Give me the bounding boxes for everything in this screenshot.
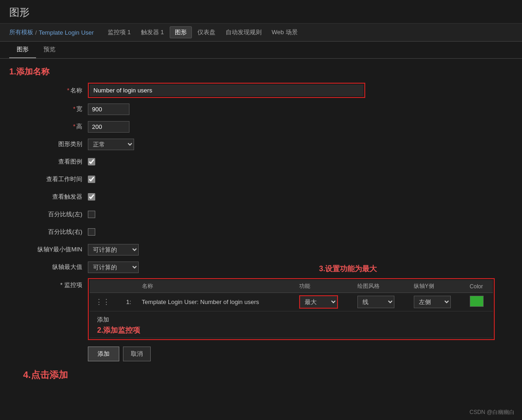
show-working-time-label: 查看工作时间 — [14, 175, 88, 183]
monitor-table: 名称 功能 绘图风格 纵轴Y侧 Color ⋮⋮ 1: — [90, 280, 493, 338]
axis-select[interactable]: 左侧 右侧 — [414, 296, 451, 308]
step3-heading: 3.设置功能为最大 — [319, 264, 377, 274]
th-style: 绘图风格 — [354, 280, 410, 293]
show-working-time-row: 查看工作时间 — [14, 173, 508, 186]
yaxis-max-label: 纵轴最大值 — [14, 263, 88, 271]
th-color: Color — [466, 280, 493, 293]
yaxis-min-row: 纵轴Y最小值MIN 可计算的 固定 元素 — [14, 243, 508, 256]
width-label: *宽 — [14, 105, 88, 113]
sub-tab-graph[interactable]: 图形 — [9, 42, 36, 58]
width-input[interactable] — [88, 103, 129, 115]
title-bar: 图形 — [0, 0, 522, 24]
breadcrumb-current[interactable]: Template Login User — [39, 29, 94, 36]
show-working-time-checkbox[interactable] — [88, 176, 95, 183]
width-row: *宽 — [14, 103, 508, 116]
sub-tabs: 图形 预览 — [0, 42, 522, 59]
form-section: *名称 *宽 *高 图形类别 正常 堆叠 饼图 — [9, 83, 513, 361]
breadcrumb-separator: / — [35, 29, 37, 36]
color-picker[interactable] — [470, 296, 484, 307]
yaxis-max-row: 纵轴最大值 可计算的 固定 元素 — [14, 261, 508, 274]
nav-bar: 所有模板 / Template Login User 监控项 1 触发器 1 图… — [0, 24, 522, 42]
percent-right-label: 百分比线(右) — [14, 228, 88, 236]
page-title: 图形 — [9, 6, 513, 19]
name-input-wrapper — [88, 83, 365, 98]
add-row: 添加 2.添加监控项 — [90, 311, 493, 338]
func-select-wrapper: 最大 最小 平均 全部 — [299, 295, 338, 309]
style-select[interactable]: 线 填充 粗线 折线 — [357, 296, 394, 308]
yaxis-max-select[interactable]: 可计算的 固定 元素 — [88, 262, 139, 273]
name-label: *名称 — [14, 86, 88, 95]
main-content: 1.添加名称 *名称 *宽 *高 图形类别 — [0, 59, 522, 390]
show-legend-label: 查看图例 — [14, 158, 88, 166]
tab-dashboard[interactable]: 仪表盘 — [193, 27, 220, 38]
percent-right-checkbox[interactable] — [88, 228, 95, 236]
show-legend-checkbox[interactable] — [88, 158, 95, 165]
show-triggers-label: 查看触发器 — [14, 193, 88, 201]
drag-handle[interactable]: ⋮⋮ — [90, 293, 123, 311]
yaxis-min-label: 纵轴Y最小值MIN — [14, 245, 88, 254]
item-axis: 左侧 右侧 — [410, 293, 466, 311]
tab-graphs[interactable]: 图形 — [170, 26, 192, 38]
item-func: 最大 最小 平均 全部 — [295, 293, 354, 311]
monitor-section: 3.设置功能为最大 * 监控项 名称 功能 绘图风格 纵轴Y侧 Color — [14, 278, 508, 340]
monitor-table-wrapper: 名称 功能 绘图风格 纵轴Y侧 Color ⋮⋮ 1: — [88, 278, 495, 340]
step2-heading: 2.添加监控项 — [97, 326, 140, 335]
sub-tab-preview[interactable]: 预览 — [36, 42, 63, 58]
th-drag — [90, 280, 123, 293]
tab-triggers[interactable]: 触发器 1 — [136, 27, 169, 38]
breadcrumb: 所有模板 / Template Login User — [9, 28, 94, 37]
show-triggers-row: 查看触发器 — [14, 190, 508, 203]
step4-heading: 4.点击添加 — [23, 369, 513, 381]
add-button[interactable]: 添加 — [88, 347, 119, 361]
show-legend-row: 查看图例 — [14, 155, 508, 168]
height-row: *高 — [14, 120, 508, 133]
action-row: 添加 取消 — [88, 347, 508, 361]
th-name: 名称 — [138, 280, 296, 293]
row-num: 1: — [123, 293, 138, 311]
item-style: 线 填充 粗线 折线 — [354, 293, 410, 311]
add-monitor-link[interactable]: 添加 — [93, 314, 489, 326]
percent-left-checkbox[interactable] — [88, 211, 95, 218]
yaxis-min-select[interactable]: 可计算的 固定 元素 — [88, 244, 139, 256]
graph-type-select[interactable]: 正常 堆叠 饼图 爆炸图 — [88, 139, 134, 150]
nav-tabs: 监控项 1 触发器 1 图形 仪表盘 自动发现规则 Web 场景 — [103, 26, 302, 38]
percent-left-row: 百分比线(左) — [14, 208, 508, 221]
th-axis: 纵轴Y侧 — [410, 280, 466, 293]
func-select[interactable]: 最大 最小 平均 全部 — [300, 296, 337, 308]
item-color — [466, 293, 493, 311]
item-name: Template Login User: Number of login use… — [138, 293, 296, 311]
watermark: CSDN @白幽幽白 — [469, 408, 515, 416]
tab-discovery[interactable]: 自动发现规则 — [221, 27, 266, 38]
height-label: *高 — [14, 122, 88, 131]
tab-web[interactable]: Web 场景 — [267, 27, 302, 38]
th-func: 功能 — [295, 280, 354, 293]
height-input[interactable] — [88, 121, 129, 133]
graph-type-row: 图形类别 正常 堆叠 饼图 爆炸图 — [14, 138, 508, 151]
tab-monitor-items[interactable]: 监控项 1 — [103, 27, 135, 38]
name-row: *名称 — [14, 83, 508, 98]
show-triggers-checkbox[interactable] — [88, 193, 95, 201]
name-input[interactable] — [90, 85, 363, 96]
cancel-button[interactable]: 取消 — [123, 347, 151, 361]
table-row: ⋮⋮ 1: Template Login User: Number of log… — [90, 293, 493, 311]
th-num — [123, 280, 138, 293]
step1-heading: 1.添加名称 — [9, 66, 513, 77]
graph-type-label: 图形类别 — [14, 140, 88, 148]
percent-left-label: 百分比线(左) — [14, 210, 88, 219]
breadcrumb-all-templates[interactable]: 所有模板 — [9, 28, 33, 37]
monitor-items-label: * 监控项 — [14, 278, 88, 289]
percent-right-row: 百分比线(右) — [14, 225, 508, 238]
